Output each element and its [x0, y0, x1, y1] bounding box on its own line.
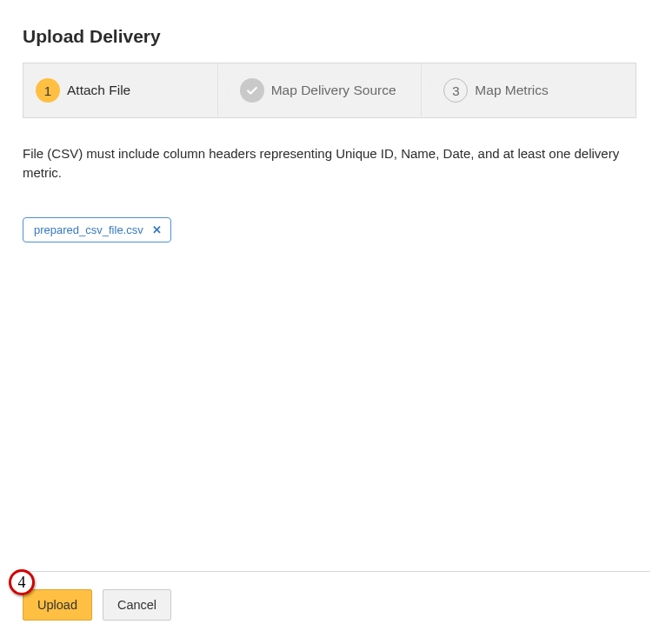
step-map-metrics: 3 Map Metrics [431, 63, 636, 117]
attached-file-chip: prepared_csv_file.csv ✕ [23, 217, 171, 242]
step-index-3: 3 [443, 78, 468, 103]
step-label-map-metrics: Map Metrics [475, 83, 548, 98]
step-attach-file: 1 Attach File [23, 63, 228, 117]
step-map-delivery-source: Map Delivery Source [228, 63, 432, 117]
step-index-2-check-icon [240, 78, 264, 103]
step-index-1: 1 [36, 78, 60, 103]
remove-file-icon[interactable]: ✕ [152, 224, 162, 236]
attached-file-name: prepared_csv_file.csv [34, 223, 143, 236]
stepper: 1 Attach File Map Delivery Source 3 Map … [23, 63, 636, 118]
annotation-marker-4: 4 [9, 569, 35, 595]
cancel-button[interactable]: Cancel [103, 589, 171, 621]
page-title: Upload Delivery [23, 26, 636, 47]
step-label-attach-file: Attach File [67, 83, 130, 98]
upload-button[interactable]: Upload [23, 589, 92, 621]
help-text: File (CSV) must include column headers r… [23, 144, 636, 183]
step-label-map-delivery-source: Map Delivery Source [271, 83, 396, 98]
footer: Upload Cancel [23, 571, 650, 621]
